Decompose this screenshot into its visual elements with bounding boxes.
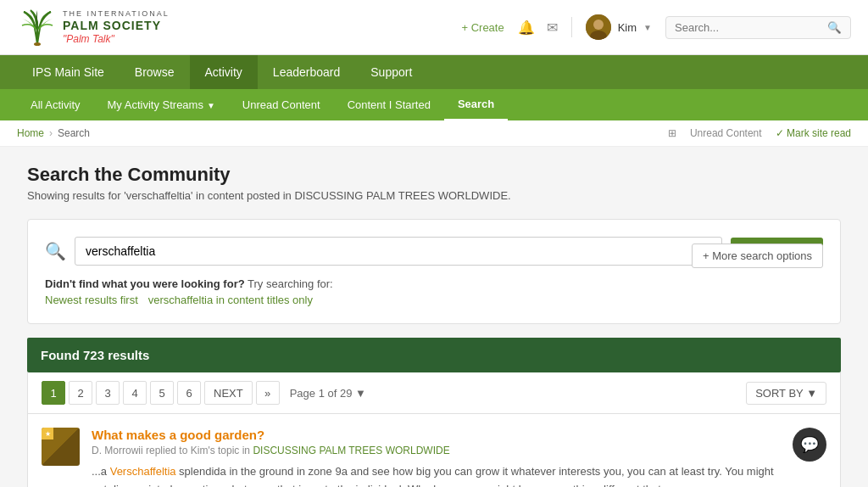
highlight-link[interactable]: Verschaffeltia	[110, 465, 176, 478]
user-name-label: Kim	[618, 21, 637, 34]
page-button-2[interactable]: 2	[69, 381, 92, 405]
main-nav: IPS Main Site Browse Activity Leaderboar…	[0, 55, 868, 89]
main-content: Search the Community Showing results for…	[10, 147, 858, 487]
subnav-unread-content[interactable]: Unread Content	[229, 90, 334, 120]
page-button-1[interactable]: 1	[42, 381, 65, 405]
nav-item-browse[interactable]: Browse	[120, 55, 190, 89]
page-info: Page 1 of 29 ▼	[290, 387, 366, 400]
header-divider	[571, 17, 572, 37]
top-header: THE INTERNATIONAL PALM SOCIETY "Palm Tal…	[0, 0, 868, 55]
sort-by-button[interactable]: SORT BY ▼	[746, 382, 826, 405]
subnav-all-activity[interactable]: All Activity	[17, 90, 94, 120]
breadcrumb-bar: Home › Search ⊞ Unread Content ✓ Mark si…	[0, 120, 868, 147]
nav-item-support[interactable]: Support	[355, 55, 427, 89]
header-search-button[interactable]: 🔍	[819, 17, 850, 38]
breadcrumb: Home › Search	[17, 127, 90, 139]
titles-only-link[interactable]: verschaffeltia in content titles only	[148, 294, 313, 306]
no-find-label: Didn't find what you were looking for? T…	[45, 277, 333, 290]
avatar	[586, 14, 611, 40]
user-area[interactable]: Kim ▼	[586, 14, 652, 40]
results-header: Found 723 results	[27, 338, 841, 372]
page-subtitle: Showing results for 'verschaffeltia' in …	[27, 189, 841, 202]
create-button[interactable]: + Create	[461, 21, 504, 34]
result-meta: D. Morrowii replied to Kim's topic in DI…	[92, 445, 781, 456]
fast-forward-button[interactable]: »	[256, 381, 280, 405]
chat-icon: 💬	[800, 435, 819, 454]
breadcrumb-current: Search	[58, 127, 90, 139]
breadcrumb-actions: ⊞ Unread Content ✓ Mark site read	[668, 127, 851, 139]
page-button-3[interactable]: 3	[96, 381, 120, 405]
palm-logo-icon	[17, 7, 58, 48]
result-action: replied to Kim's topic in	[146, 445, 253, 456]
search-icon: 🔍	[45, 241, 66, 261]
result-author: D. Morrowii	[92, 445, 143, 456]
next-page-button[interactable]: NEXT	[204, 381, 253, 405]
svg-point-0	[34, 42, 41, 46]
more-search-options-button[interactable]: + More search options	[692, 244, 823, 268]
header-search-input[interactable]	[666, 17, 819, 38]
result-type-icon: 💬	[793, 428, 826, 462]
pagination-bar: 1 2 3 4 5 6 NEXT » Page 1 of 29 ▼ SORT B…	[27, 372, 841, 414]
result-avatar: ★	[42, 428, 80, 466]
logo-text: THE INTERNATIONAL PALM SOCIETY "Palm Tal…	[63, 9, 170, 45]
sub-nav: All Activity My Activity Streams▼ Unread…	[0, 89, 868, 120]
grid-icon: ⊞	[668, 127, 676, 139]
newest-results-link[interactable]: Newest results first	[45, 294, 138, 306]
org-line: THE INTERNATIONAL	[63, 9, 170, 19]
mark-site-read-link[interactable]: ✓ Mark site read	[776, 127, 851, 139]
header-right: + Create 🔔 ✉ Kim ▼ 🔍	[461, 14, 851, 40]
page-dropdown-icon[interactable]: ▼	[355, 387, 366, 400]
search-tips-row: Didn't find what you were looking for? T…	[45, 277, 823, 306]
subnav-search[interactable]: Search	[444, 89, 508, 120]
page-button-5[interactable]: 5	[150, 381, 174, 405]
star-badge: ★	[42, 428, 53, 439]
nav-item-ips-main-site[interactable]: IPS Main Site	[17, 55, 120, 89]
search-main-input[interactable]	[75, 237, 722, 266]
user-dropdown-icon: ▼	[643, 23, 652, 32]
search-suggestions: Didn't find what you were looking for? T…	[45, 277, 333, 306]
svg-point-2	[593, 20, 604, 30]
unread-content-link[interactable]: Unread Content	[690, 127, 762, 139]
page-button-4[interactable]: 4	[123, 381, 147, 405]
nav-item-activity[interactable]: Activity	[190, 55, 258, 89]
page-button-6[interactable]: 6	[177, 381, 201, 405]
bell-icon[interactable]: 🔔	[518, 20, 535, 36]
logo-area: THE INTERNATIONAL PALM SOCIETY "Palm Tal…	[17, 7, 170, 48]
subnav-my-activity-streams[interactable]: My Activity Streams▼	[94, 90, 229, 120]
result-body: What makes a good garden? D. Morrowii re…	[92, 428, 781, 487]
header-search-area: 🔍	[665, 16, 851, 39]
palm-talk-label: "Palm Talk"	[63, 33, 170, 45]
header-icons: 🔔 ✉	[518, 20, 558, 36]
page-title: Search the Community	[27, 164, 841, 186]
search-box-container: 🔍 Search Again Didn't find what you were…	[27, 219, 841, 324]
result-title[interactable]: What makes a good garden?	[92, 428, 264, 442]
mail-icon[interactable]: ✉	[547, 20, 558, 36]
breadcrumb-home[interactable]: Home	[17, 127, 44, 139]
society-name: PALM SOCIETY	[63, 19, 170, 33]
suggestion-links: Newest results first verschaffeltia in c…	[45, 294, 333, 306]
result-excerpt: ...a Verschaffeltia splendida in the gro…	[92, 463, 781, 487]
breadcrumb-separator: ›	[49, 127, 53, 139]
nav-item-leaderboard[interactable]: Leaderboard	[258, 55, 355, 89]
result-forum-link[interactable]: DISCUSSING PALM TREES WORLDWIDE	[253, 445, 449, 456]
chevron-down-icon: ▼	[207, 101, 215, 110]
subnav-content-i-started[interactable]: Content I Started	[334, 90, 444, 120]
result-item: ★ What makes a good garden? D. Morrowii …	[27, 414, 841, 487]
